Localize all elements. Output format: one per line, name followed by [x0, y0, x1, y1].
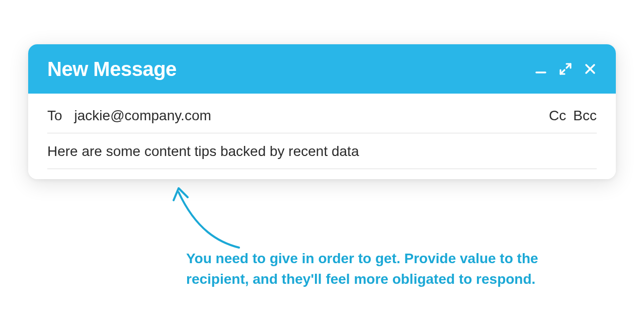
compose-header: New Message	[28, 44, 616, 94]
annotation-text: You need to give in order to get. Provid…	[186, 249, 579, 289]
annotation-arrow	[169, 182, 259, 253]
to-label: To	[47, 108, 62, 124]
cc-bcc-controls: Cc Bcc	[549, 108, 597, 124]
cc-button[interactable]: Cc	[549, 108, 566, 124]
compose-window: New Message	[28, 44, 616, 179]
to-input[interactable]: jackie@company.com	[74, 108, 211, 124]
expand-icon[interactable]	[558, 62, 573, 76]
bcc-button[interactable]: Bcc	[573, 108, 597, 124]
compose-title: New Message	[47, 58, 177, 81]
close-icon[interactable]	[584, 62, 597, 75]
window-controls	[534, 62, 597, 76]
compose-body: To jackie@company.com Cc Bcc Here are so…	[28, 94, 616, 179]
subject-input[interactable]: Here are some content tips backed by rec…	[47, 143, 359, 159]
subject-row: Here are some content tips backed by rec…	[47, 133, 597, 169]
minimize-icon[interactable]	[534, 62, 547, 75]
to-row: To jackie@company.com Cc Bcc	[47, 108, 597, 133]
to-left: To jackie@company.com	[47, 108, 211, 124]
